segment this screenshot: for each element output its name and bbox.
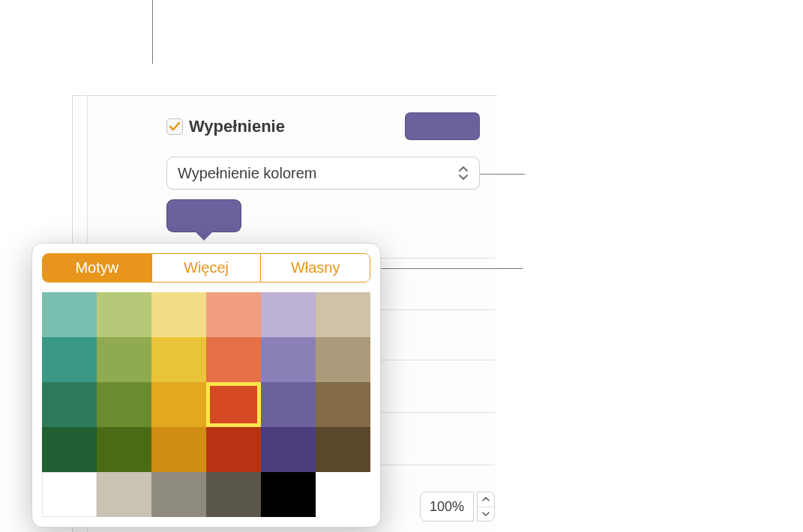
color-swatch[interactable] [316,337,370,382]
popover-tabs: Motyw Więcej Własny [42,253,370,282]
fill-section: Wypełnienie Wypełnienie kolorem [166,112,480,190]
color-swatch[interactable] [316,382,370,427]
color-swatch[interactable] [42,427,97,472]
callout-line [480,174,525,175]
tab-theme[interactable]: Motyw [43,254,152,282]
color-swatch[interactable] [206,292,261,337]
color-swatch[interactable] [97,427,151,472]
color-swatch[interactable] [42,337,97,382]
color-swatch[interactable] [261,382,316,427]
color-swatch[interactable] [151,382,206,427]
color-swatch[interactable] [42,292,97,337]
tab-more[interactable]: Więcej [152,254,262,282]
color-swatch[interactable] [261,337,316,382]
fill-label: Wypełnienie [189,117,399,136]
color-swatch[interactable] [206,427,261,472]
color-swatch[interactable] [206,337,261,382]
color-swatch[interactable] [151,427,206,472]
opacity-stepper [477,492,495,522]
fill-type-dropdown[interactable]: Wypełnienie kolorem [166,157,480,190]
stepper-up[interactable] [478,492,494,507]
color-swatch[interactable] [206,382,261,427]
callout-line [365,268,523,269]
fill-color-preview[interactable] [405,112,480,140]
color-swatch[interactable] [261,292,316,337]
color-swatch[interactable] [316,292,370,337]
opacity-row: 100% [105,492,495,522]
color-swatch[interactable] [97,292,151,337]
color-swatch[interactable] [151,292,206,337]
fill-checkbox[interactable] [166,118,183,135]
tab-custom[interactable]: Własny [261,254,370,282]
chevron-updown-icon [458,166,469,180]
swatch-grid [42,292,370,517]
color-swatch[interactable] [42,472,97,517]
opacity-field[interactable]: 100% [420,492,474,522]
color-swatch[interactable] [316,427,370,472]
color-swatch[interactable] [261,427,316,472]
dropdown-label: Wypełnienie kolorem [178,165,458,182]
fill-header: Wypełnienie [166,112,480,140]
color-well[interactable] [166,199,241,232]
color-swatch[interactable] [151,337,206,382]
color-swatch[interactable] [97,337,151,382]
color-swatch[interactable] [42,382,97,427]
callout-line [152,0,153,64]
color-popover: Motyw Więcej Własny [31,243,381,528]
color-swatch[interactable] [97,382,151,427]
stepper-down[interactable] [478,507,494,522]
